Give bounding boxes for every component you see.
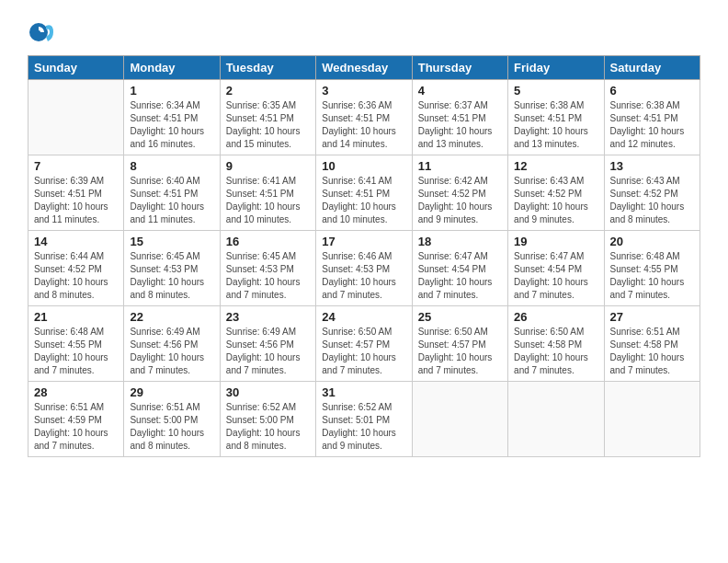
day-number: 26 <box>514 310 597 324</box>
weekday-header-friday: Friday <box>508 56 604 80</box>
day-number: 9 <box>226 159 310 173</box>
calendar-cell: 11Sunrise: 6:42 AM Sunset: 4:52 PM Dayli… <box>412 155 507 231</box>
calendar-cell: 27Sunrise: 6:51 AM Sunset: 4:58 PM Dayli… <box>604 306 700 382</box>
day-info: Sunrise: 6:40 AM Sunset: 4:51 PM Dayligh… <box>130 175 213 226</box>
day-info: Sunrise: 6:36 AM Sunset: 4:51 PM Dayligh… <box>322 99 405 151</box>
day-info: Sunrise: 6:47 AM Sunset: 4:54 PM Dayligh… <box>514 250 597 302</box>
day-info: Sunrise: 6:45 AM Sunset: 4:53 PM Dayligh… <box>130 250 213 302</box>
calendar-cell: 6Sunrise: 6:38 AM Sunset: 4:51 PM Daylig… <box>604 80 700 155</box>
day-info: Sunrise: 6:42 AM Sunset: 4:52 PM Dayligh… <box>418 175 502 226</box>
day-info: Sunrise: 6:52 AM Sunset: 5:00 PM Dayligh… <box>226 401 310 453</box>
calendar-cell: 20Sunrise: 6:48 AM Sunset: 4:55 PM Dayli… <box>604 231 700 306</box>
day-number: 28 <box>34 385 118 399</box>
weekday-header-thursday: Thursday <box>412 56 507 80</box>
day-number: 5 <box>514 84 597 98</box>
day-info: Sunrise: 6:50 AM Sunset: 4:57 PM Dayligh… <box>322 326 405 377</box>
week-row-1: 1Sunrise: 6:34 AM Sunset: 4:51 PM Daylig… <box>28 80 700 155</box>
calendar-cell: 28Sunrise: 6:51 AM Sunset: 4:59 PM Dayli… <box>28 382 124 457</box>
calendar-cell: 12Sunrise: 6:43 AM Sunset: 4:52 PM Dayli… <box>508 155 604 231</box>
day-number: 3 <box>322 84 405 98</box>
day-info: Sunrise: 6:48 AM Sunset: 4:55 PM Dayligh… <box>34 326 118 377</box>
calendar-cell: 21Sunrise: 6:48 AM Sunset: 4:55 PM Dayli… <box>28 306 124 382</box>
day-info: Sunrise: 6:46 AM Sunset: 4:53 PM Dayligh… <box>322 250 405 302</box>
header <box>28 18 700 46</box>
calendar-cell <box>28 80 124 155</box>
day-info: Sunrise: 6:39 AM Sunset: 4:51 PM Dayligh… <box>34 175 118 226</box>
day-info: Sunrise: 6:35 AM Sunset: 4:51 PM Dayligh… <box>226 99 310 151</box>
week-row-3: 14Sunrise: 6:44 AM Sunset: 4:52 PM Dayli… <box>28 231 700 306</box>
calendar-cell: 19Sunrise: 6:47 AM Sunset: 4:54 PM Dayli… <box>508 231 604 306</box>
calendar-cell: 30Sunrise: 6:52 AM Sunset: 5:00 PM Dayli… <box>220 382 315 457</box>
calendar-cell: 3Sunrise: 6:36 AM Sunset: 4:51 PM Daylig… <box>316 80 412 155</box>
weekday-header-tuesday: Tuesday <box>220 56 315 80</box>
day-number: 12 <box>514 159 597 173</box>
calendar-cell <box>604 382 700 457</box>
day-number: 30 <box>226 385 310 399</box>
day-number: 16 <box>226 235 310 248</box>
day-info: Sunrise: 6:49 AM Sunset: 4:56 PM Dayligh… <box>226 326 310 377</box>
weekday-header-sunday: Sunday <box>28 56 124 80</box>
day-info: Sunrise: 6:52 AM Sunset: 5:01 PM Dayligh… <box>322 401 405 453</box>
calendar-cell: 14Sunrise: 6:44 AM Sunset: 4:52 PM Dayli… <box>28 231 124 306</box>
day-number: 13 <box>610 159 694 173</box>
day-number: 19 <box>514 235 597 248</box>
day-info: Sunrise: 6:50 AM Sunset: 4:58 PM Dayligh… <box>514 326 597 377</box>
day-info: Sunrise: 6:41 AM Sunset: 4:51 PM Dayligh… <box>226 175 310 226</box>
calendar-cell: 5Sunrise: 6:38 AM Sunset: 4:51 PM Daylig… <box>508 80 604 155</box>
day-info: Sunrise: 6:34 AM Sunset: 4:51 PM Dayligh… <box>130 99 213 151</box>
day-info: Sunrise: 6:38 AM Sunset: 4:51 PM Dayligh… <box>514 99 597 151</box>
logo <box>28 18 59 46</box>
day-info: Sunrise: 6:44 AM Sunset: 4:52 PM Dayligh… <box>34 250 118 302</box>
calendar-cell: 18Sunrise: 6:47 AM Sunset: 4:54 PM Dayli… <box>412 231 507 306</box>
calendar-cell: 29Sunrise: 6:51 AM Sunset: 5:00 PM Dayli… <box>124 382 220 457</box>
day-info: Sunrise: 6:51 AM Sunset: 4:58 PM Dayligh… <box>610 326 694 377</box>
day-info: Sunrise: 6:47 AM Sunset: 4:54 PM Dayligh… <box>418 250 502 302</box>
day-info: Sunrise: 6:48 AM Sunset: 4:55 PM Dayligh… <box>610 250 694 302</box>
calendar-cell: 15Sunrise: 6:45 AM Sunset: 4:53 PM Dayli… <box>124 231 220 306</box>
calendar-cell: 7Sunrise: 6:39 AM Sunset: 4:51 PM Daylig… <box>28 155 124 231</box>
day-number: 10 <box>322 159 405 173</box>
calendar-cell: 8Sunrise: 6:40 AM Sunset: 4:51 PM Daylig… <box>124 155 220 231</box>
day-number: 6 <box>610 84 694 98</box>
calendar-cell: 26Sunrise: 6:50 AM Sunset: 4:58 PM Dayli… <box>508 306 604 382</box>
calendar-cell: 23Sunrise: 6:49 AM Sunset: 4:56 PM Dayli… <box>220 306 315 382</box>
weekday-header-saturday: Saturday <box>604 56 700 80</box>
calendar-cell: 4Sunrise: 6:37 AM Sunset: 4:51 PM Daylig… <box>412 80 507 155</box>
calendar-cell: 9Sunrise: 6:41 AM Sunset: 4:51 PM Daylig… <box>220 155 315 231</box>
day-number: 15 <box>130 235 213 248</box>
calendar-cell: 1Sunrise: 6:34 AM Sunset: 4:51 PM Daylig… <box>124 80 220 155</box>
weekday-header-row: SundayMondayTuesdayWednesdayThursdayFrid… <box>28 56 700 80</box>
day-number: 22 <box>130 310 213 324</box>
calendar-cell: 10Sunrise: 6:41 AM Sunset: 4:51 PM Dayli… <box>316 155 412 231</box>
day-number: 29 <box>130 385 213 399</box>
day-number: 24 <box>322 310 405 324</box>
day-number: 27 <box>610 310 694 324</box>
calendar-cell <box>412 382 507 457</box>
day-number: 18 <box>418 235 502 248</box>
calendar-cell: 16Sunrise: 6:45 AM Sunset: 4:53 PM Dayli… <box>220 231 315 306</box>
page: SundayMondayTuesdayWednesdayThursdayFrid… <box>0 0 728 563</box>
day-number: 20 <box>610 235 694 248</box>
day-number: 31 <box>322 385 405 399</box>
svg-point-0 <box>29 23 48 41</box>
weekday-header-monday: Monday <box>124 56 220 80</box>
calendar-cell: 13Sunrise: 6:43 AM Sunset: 4:52 PM Dayli… <box>604 155 700 231</box>
day-info: Sunrise: 6:41 AM Sunset: 4:51 PM Dayligh… <box>322 175 405 226</box>
day-info: Sunrise: 6:51 AM Sunset: 5:00 PM Dayligh… <box>130 401 213 453</box>
logo-icon <box>28 18 55 46</box>
calendar-cell <box>508 382 604 457</box>
week-row-5: 28Sunrise: 6:51 AM Sunset: 4:59 PM Dayli… <box>28 382 700 457</box>
day-number: 21 <box>34 310 118 324</box>
day-number: 7 <box>34 159 118 173</box>
day-number: 4 <box>418 84 502 98</box>
week-row-2: 7Sunrise: 6:39 AM Sunset: 4:51 PM Daylig… <box>28 155 700 231</box>
day-number: 17 <box>322 235 405 248</box>
day-number: 23 <box>226 310 310 324</box>
day-info: Sunrise: 6:45 AM Sunset: 4:53 PM Dayligh… <box>226 250 310 302</box>
calendar: SundayMondayTuesdayWednesdayThursdayFrid… <box>28 55 700 457</box>
week-row-4: 21Sunrise: 6:48 AM Sunset: 4:55 PM Dayli… <box>28 306 700 382</box>
day-info: Sunrise: 6:49 AM Sunset: 4:56 PM Dayligh… <box>130 326 213 377</box>
day-number: 14 <box>34 235 118 248</box>
day-number: 11 <box>418 159 502 173</box>
day-number: 8 <box>130 159 213 173</box>
